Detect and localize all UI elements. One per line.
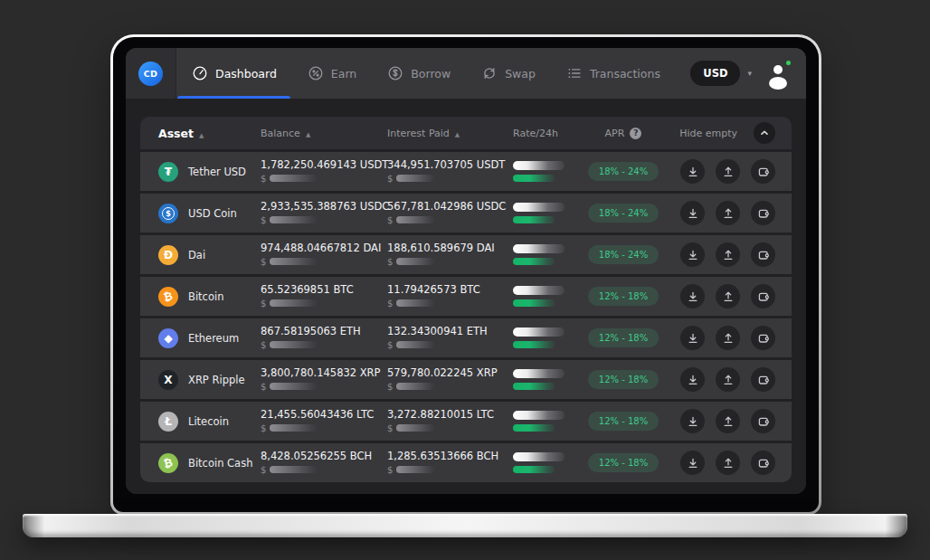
- wallet-button[interactable]: [751, 409, 775, 433]
- dollar-prefix: $: [261, 340, 266, 350]
- fiat-balance-hidden: $: [261, 423, 387, 433]
- rate-bars: [513, 161, 578, 182]
- rate-bars: [513, 286, 578, 307]
- deposit-button[interactable]: [680, 367, 705, 392]
- fiat-balance-hidden: $: [261, 382, 387, 392]
- hidden-value-pill: [396, 341, 434, 348]
- deposit-button[interactable]: [680, 242, 705, 267]
- hidden-value-pill: [270, 299, 317, 307]
- dollar-prefix: $: [387, 340, 393, 350]
- coin-icon: X: [158, 370, 178, 390]
- apr-badge: 18% - 24%: [588, 162, 659, 181]
- coin-icon: ₿: [158, 453, 178, 473]
- table-row[interactable]: ₿ Bitcoin Cash 8,428.05256255 BCH $ 1,28…: [140, 443, 792, 482]
- column-header-interest-paid[interactable]: Interest Paid▲: [387, 128, 513, 139]
- table-row[interactable]: ₿ Bitcoin 65.52369851 BTC $ 11.79426573 …: [140, 277, 792, 316]
- table-row[interactable]: ₮ Tether USD 1,782,250.469143 USDT $ 344…: [140, 152, 792, 191]
- app-logo[interactable]: CD: [138, 62, 163, 86]
- tab-swap[interactable]: Swap: [481, 48, 536, 99]
- withdraw-button[interactable]: [716, 159, 740, 184]
- withdraw-button[interactable]: [716, 409, 740, 433]
- deposit-button[interactable]: [680, 326, 705, 350]
- wallet-button[interactable]: [751, 367, 775, 392]
- balance-value: 8,428.05256255 BCH: [261, 451, 387, 462]
- hidden-value-pill: [396, 258, 434, 265]
- avatar[interactable]: [764, 60, 792, 87]
- dollar-prefix: $: [387, 257, 393, 267]
- apr-badge: 12% - 18%: [588, 287, 659, 306]
- withdraw-button[interactable]: [716, 367, 740, 392]
- wallet-button[interactable]: [751, 284, 775, 308]
- hidden-value-pill: [396, 216, 434, 223]
- wallet-icon: [757, 207, 770, 220]
- online-status-dot: [784, 59, 792, 67]
- hidden-value-pill: [396, 299, 434, 307]
- column-header-balance[interactable]: Balance▲: [261, 128, 387, 139]
- collapse-table-button[interactable]: [754, 122, 775, 144]
- table-header-row: Asset▲ Balance▲ Interest Paid▲ Rate/24h: [140, 117, 792, 149]
- wallet-button[interactable]: [751, 242, 775, 267]
- column-header-asset[interactable]: Asset▲: [158, 127, 204, 140]
- tab-dashboard[interactable]: Dashboard: [192, 48, 277, 99]
- table-row[interactable]: $ USD Coin 2,933,535.388763 USDC $ 567,7…: [140, 194, 792, 233]
- deposit-button[interactable]: [680, 159, 705, 184]
- tab-label: Transactions: [590, 67, 660, 81]
- rate-bar-green: [513, 175, 555, 182]
- arrow-up-from-line-icon: [722, 166, 735, 178]
- apr-badge: 12% - 18%: [588, 370, 659, 389]
- table-row[interactable]: X XRP Ripple 3,800,780.145832 XRP $ 579,…: [140, 360, 792, 399]
- hide-empty-label[interactable]: Hide empty: [679, 128, 737, 139]
- balance-value: 974,488.04667812 DAI: [261, 242, 387, 254]
- sort-asc-icon: ▲: [306, 131, 310, 138]
- balance-value: 867.58195063 ETH: [261, 326, 387, 337]
- dollar-prefix: $: [387, 423, 393, 433]
- balance-value: 21,455.56043436 LTC: [261, 409, 387, 421]
- coin-icon: ₿: [158, 287, 178, 307]
- column-header-rate: Rate/24h: [513, 128, 578, 139]
- tab-borrow[interactable]: Borrow: [387, 48, 451, 99]
- wallet-button[interactable]: [751, 159, 775, 184]
- tab-transactions[interactable]: Transactions: [566, 48, 660, 99]
- deposit-button[interactable]: [680, 451, 705, 475]
- fiat-balance-hidden: $: [261, 299, 387, 308]
- apr-badge: 12% - 18%: [588, 328, 659, 347]
- balance-value: 2,933,535.388763 USDC: [261, 201, 387, 213]
- rate-bar-green: [513, 341, 555, 348]
- tab-label: Swap: [505, 67, 536, 81]
- laptop-screen: CD Dashboard Earn: [110, 34, 821, 515]
- withdraw-button[interactable]: [716, 451, 740, 475]
- coin-icon: Ł: [158, 412, 178, 432]
- wallet-button[interactable]: [751, 451, 775, 475]
- deposit-button[interactable]: [680, 284, 705, 308]
- withdraw-button[interactable]: [716, 326, 740, 350]
- chevron-up-icon: [759, 128, 770, 138]
- withdraw-button[interactable]: [716, 284, 740, 308]
- fiat-interest-hidden: $: [387, 423, 513, 433]
- tab-earn[interactable]: Earn: [308, 48, 356, 99]
- fiat-balance-hidden: $: [261, 174, 387, 184]
- asset-name: XRP Ripple: [188, 374, 245, 386]
- hidden-value-pill: [396, 424, 434, 432]
- interest-paid-value: 132.34300941 ETH: [387, 326, 513, 337]
- laptop-bezel: CD Dashboard Earn: [113, 37, 819, 512]
- currency-selector[interactable]: USD: [690, 61, 740, 86]
- chevron-down-icon[interactable]: ▾: [747, 69, 752, 78]
- hidden-value-pill: [270, 383, 317, 390]
- arrow-up-from-line-icon: [722, 249, 735, 261]
- wallet-button[interactable]: [751, 326, 775, 350]
- apr-badge: 18% - 24%: [588, 204, 659, 223]
- rate-bars: [513, 244, 578, 265]
- table-row[interactable]: ◆ Ethereum 867.58195063 ETH $ 132.343009…: [140, 318, 792, 357]
- wallet-button[interactable]: [751, 201, 775, 225]
- percent-icon: [308, 65, 324, 81]
- withdraw-button[interactable]: [716, 201, 740, 225]
- deposit-button[interactable]: [680, 409, 705, 433]
- withdraw-button[interactable]: [716, 242, 740, 267]
- deposit-button[interactable]: [680, 201, 705, 225]
- table-row[interactable]: Ł Litecoin 21,455.56043436 LTC $ 3,272.8…: [140, 402, 792, 441]
- fiat-interest-hidden: $: [387, 465, 513, 475]
- dollar-icon: [387, 65, 403, 81]
- table-row[interactable]: Đ Dai 974,488.04667812 DAI $ 188,610.589…: [140, 235, 792, 274]
- help-icon[interactable]: ?: [630, 128, 641, 139]
- dollar-prefix: $: [387, 465, 393, 475]
